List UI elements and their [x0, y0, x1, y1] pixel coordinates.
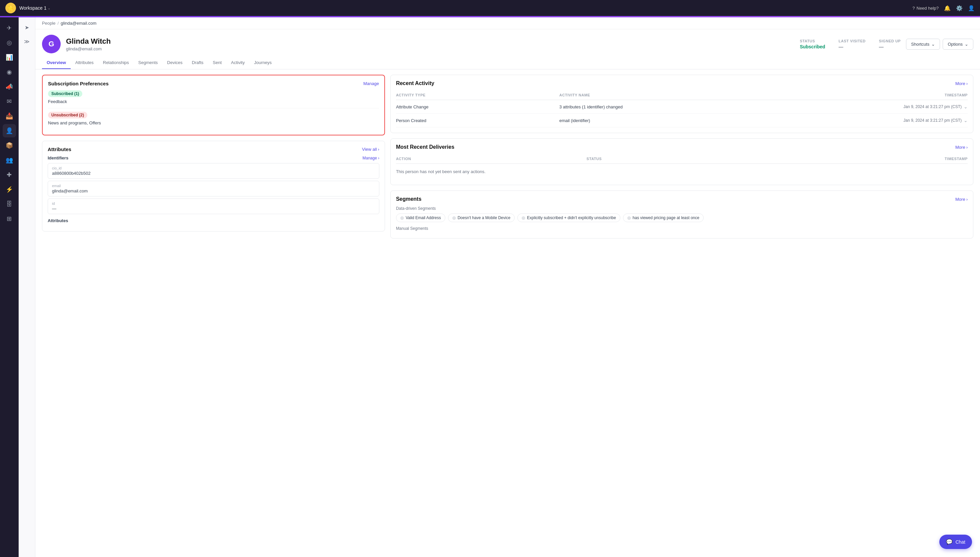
shortcuts-button[interactable]: Shortcuts ⌄: [906, 39, 940, 50]
left-column: Subscription Preferences Manage Subscrib…: [42, 75, 385, 238]
sidebar-item-eye[interactable]: ◉: [3, 65, 16, 79]
expand-row-1-icon[interactable]: ⌄: [964, 118, 968, 123]
activity-row-0: Attribute Change 3 attributes (1 identif…: [396, 100, 968, 114]
subscribed-section: Subscribed (1) Feedback: [48, 90, 379, 104]
bell-icon[interactable]: 🔔: [944, 5, 951, 11]
content-grid: Subscription Preferences Manage Subscrib…: [35, 69, 980, 244]
segments-title: Segments: [396, 196, 421, 202]
subscribed-topics: Feedback: [48, 99, 379, 104]
sidebar-item-megaphone[interactable]: 📣: [3, 80, 16, 93]
tab-overview[interactable]: Overview: [42, 57, 71, 69]
recent-activity-title: Recent Activity: [396, 80, 434, 86]
sidebar-item-pulse[interactable]: ⚡: [3, 183, 16, 196]
status-value: Subscribed: [800, 44, 825, 49]
tab-attributes[interactable]: Attributes: [71, 57, 98, 69]
attributes-card: Attributes View all › Identifiers Manage…: [42, 141, 385, 231]
attr-field-email: email glinda@email.com: [48, 181, 379, 197]
activity-timestamp-0: Jan 9, 2024 at 3:21:27 pm (CST) ⌄: [804, 104, 968, 109]
segment-filter-icon-1: ◎: [452, 215, 456, 220]
expand-icon[interactable]: ≫: [21, 35, 33, 47]
view-all-chevron-icon: ›: [378, 147, 379, 152]
subscription-manage-link[interactable]: Manage: [363, 81, 379, 86]
recent-activity-more-link[interactable]: More ›: [955, 81, 968, 86]
navigate-icon[interactable]: ➤: [21, 21, 33, 33]
top-nav: 🌟 Workspace 1 ⌄ ? Need help? 🔔 ⚙️ 👤: [0, 0, 980, 16]
chat-button[interactable]: 💬 Chat: [939, 535, 972, 549]
workspace-chevron-icon: ⌄: [48, 7, 50, 10]
help-link[interactable]: ? Need help?: [912, 6, 939, 11]
segment-filter-icon-0: ◎: [400, 215, 404, 220]
activity-row-1: Person Created email (identifier) Jan 9,…: [396, 114, 968, 127]
options-chevron-icon: ⌄: [965, 42, 968, 47]
logo-icon: 🌟: [5, 3, 16, 13]
breadcrumb-people-link[interactable]: People: [42, 21, 55, 26]
shortcuts-chevron-icon: ⌄: [931, 42, 935, 47]
manual-segments-label: Manual Segments: [396, 226, 968, 231]
identifiers-title: Identifiers: [48, 155, 68, 160]
unsubscribed-section: Unsubscribed (2) News and programs, Offe…: [48, 112, 379, 125]
options-button[interactable]: Options ⌄: [943, 39, 974, 50]
person-info: Glinda Witch glinda@email.com: [66, 37, 794, 51]
tab-devices[interactable]: Devices: [162, 57, 187, 69]
sidebar-item-user-check[interactable]: 👥: [3, 153, 16, 167]
attributes-title: Attributes: [48, 147, 71, 152]
id-value: —: [52, 206, 375, 211]
segment-tag-2[interactable]: ◎ Explicitly subscribed + didn't explici…: [518, 213, 620, 222]
signed-up-value: —: [879, 44, 900, 49]
person-meta: STATUS Subscribed LAST VISITED — SIGNED …: [800, 39, 900, 49]
segment-tag-1[interactable]: ◎ Doesn't have a Mobile Device: [448, 213, 515, 222]
second-sidebar: ➤ ≫: [19, 17, 35, 557]
segments-more-link[interactable]: More ›: [955, 197, 968, 202]
tab-drafts[interactable]: Drafts: [187, 57, 208, 69]
sidebar-item-send[interactable]: ✈: [3, 21, 16, 35]
view-all-link[interactable]: View all ›: [362, 147, 379, 152]
sidebar-item-chart[interactable]: 📊: [3, 51, 16, 64]
expand-row-0-icon[interactable]: ⌄: [964, 104, 968, 109]
segment-filter-icon-3: ◎: [627, 215, 631, 220]
col-activity-type: ACTIVITY TYPE: [396, 93, 559, 97]
more-chevron-icon: ›: [966, 81, 968, 86]
attributes-card-header: Attributes View all ›: [48, 147, 379, 152]
tab-segments[interactable]: Segments: [134, 57, 163, 69]
segment-tag-3[interactable]: ◎ has viewed pricing page at least once: [623, 213, 704, 222]
identifiers-manage-link[interactable]: Manage ›: [363, 156, 379, 160]
deliveries-more-chevron-icon: ›: [966, 145, 968, 150]
last-visited-meta: LAST VISITED —: [839, 39, 866, 49]
subscription-title: Subscription Preferences: [48, 81, 109, 86]
workspace-name[interactable]: Workspace 1 ⌄: [19, 5, 50, 11]
help-circle-icon: ?: [912, 6, 915, 11]
segment-tag-0[interactable]: ◎ Valid Email Address: [396, 213, 445, 222]
last-visited-value: —: [839, 44, 866, 49]
signed-up-meta: SIGNED UP —: [879, 39, 900, 49]
sidebar-item-inbox[interactable]: 📥: [3, 109, 16, 123]
breadcrumb: People / glinda@email.com: [35, 17, 980, 29]
sidebar-item-email[interactable]: ✉: [3, 95, 16, 108]
settings-icon[interactable]: ⚙️: [956, 5, 963, 11]
person-email: glinda@email.com: [66, 46, 794, 51]
attr-field-id: id —: [48, 199, 379, 214]
user-avatar-icon[interactable]: 👤: [968, 5, 975, 11]
deliveries-table-header: ACTION STATUS TIMESTAMP: [396, 154, 968, 164]
tab-journeys[interactable]: Journeys: [249, 57, 276, 69]
deliveries-title: Most Recent Deliveries: [396, 144, 454, 150]
left-sidebar: ✈ ◎ 📊 ◉ 📣 ✉ 📥 👤 📦 👥 ✚ ⚡ 🗄 ⊞: [0, 17, 19, 557]
deliveries-card: Most Recent Deliveries More › ACTION STA…: [390, 138, 974, 185]
sidebar-item-box[interactable]: 📦: [3, 139, 16, 152]
sidebar-item-database[interactable]: 🗄: [3, 197, 16, 211]
sidebar-item-plus[interactable]: ✚: [3, 168, 16, 181]
tab-relationships[interactable]: Relationships: [98, 57, 134, 69]
tab-sent[interactable]: Sent: [208, 57, 226, 69]
tab-activity[interactable]: Activity: [226, 57, 249, 69]
status-label: STATUS: [800, 39, 825, 43]
attr-field-cio-id: cio_id a8860800b402b502: [48, 163, 379, 179]
segments-card: Segments More › Data-driven Segments ◎ V…: [390, 191, 974, 238]
sidebar-item-table[interactable]: ⊞: [3, 212, 16, 225]
sidebar-item-people[interactable]: 👤: [3, 124, 16, 137]
sidebar-item-target[interactable]: ◎: [3, 36, 16, 49]
right-column: Recent Activity More › ACTIVITY TYPE ACT…: [390, 75, 974, 238]
nav-right: ? Need help? 🔔 ⚙️ 👤: [912, 5, 975, 11]
segments-header: Segments More ›: [396, 196, 968, 202]
activity-name-0: 3 attributes (1 identifier) changed: [559, 104, 804, 109]
last-visited-label: LAST VISITED: [839, 39, 866, 43]
deliveries-more-link[interactable]: More ›: [955, 145, 968, 150]
